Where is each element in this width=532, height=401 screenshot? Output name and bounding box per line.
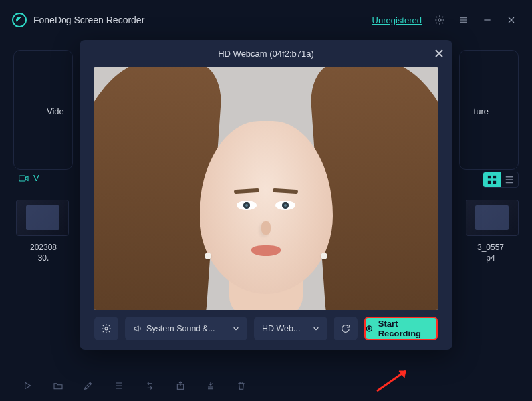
share-icon[interactable] (174, 380, 186, 392)
svg-rect-4 (488, 181, 491, 184)
menu-icon[interactable] (455, 11, 472, 29)
speaker-icon (133, 324, 142, 333)
filter-video[interactable]: V (19, 173, 39, 183)
audio-source-label: System Sound &... (146, 324, 215, 333)
edit-icon[interactable] (82, 380, 94, 392)
folder-icon[interactable] (52, 380, 64, 392)
svg-rect-3 (493, 176, 496, 178)
close-icon[interactable] (432, 47, 446, 60)
mode-card[interactable] (459, 50, 519, 170)
svg-rect-5 (493, 181, 496, 184)
mode-label: Vide (47, 106, 64, 116)
svg-point-7 (105, 327, 108, 330)
modal-title: HD Webcam (04f2:b71a) (218, 49, 314, 59)
close-window-icon[interactable] (503, 11, 520, 29)
trash-icon[interactable] (235, 380, 247, 392)
svg-point-0 (438, 19, 441, 21)
chevron-down-icon (233, 325, 239, 332)
recording-thumb[interactable] (16, 200, 69, 236)
list-icon[interactable] (113, 380, 125, 392)
webcam-preview (94, 67, 438, 310)
app-title: FoneDog Screen Recorder (33, 15, 144, 25)
chevron-down-icon (313, 325, 319, 332)
refresh-button[interactable] (334, 317, 358, 340)
view-grid-icon[interactable] (483, 172, 501, 187)
start-recording-label: Start Recording (378, 319, 436, 338)
webcam-modal: HD Webcam (04f2:b71a) System Sound &... (80, 40, 452, 350)
compress-icon[interactable] (205, 380, 217, 392)
camera-source-dropdown[interactable]: HD Web... (254, 317, 327, 340)
filter-label: V (33, 173, 39, 183)
view-list-icon[interactable] (501, 172, 518, 187)
play-icon[interactable] (21, 380, 33, 392)
webcam-settings-button[interactable] (94, 317, 118, 340)
record-icon (366, 325, 373, 333)
recording-filename: 20230830. (13, 243, 73, 263)
annotation-arrow (374, 366, 414, 392)
minimize-icon[interactable] (479, 11, 496, 29)
mode-label: ture (474, 106, 489, 116)
unregistered-link[interactable]: Unregistered (372, 15, 422, 25)
convert-icon[interactable] (144, 380, 156, 392)
settings-gear-icon[interactable] (431, 11, 448, 29)
svg-point-9 (368, 327, 370, 329)
audio-source-dropdown[interactable]: System Sound &... (125, 317, 247, 340)
svg-rect-2 (488, 176, 491, 178)
recording-thumb[interactable] (466, 200, 519, 236)
app-logo (12, 13, 27, 27)
start-recording-button[interactable]: Start Recording (364, 317, 438, 340)
mode-card[interactable] (13, 50, 73, 170)
camera-source-label: HD Web... (262, 324, 300, 333)
recording-filename: 3_0557p4 (459, 243, 523, 263)
svg-rect-1 (19, 176, 25, 181)
